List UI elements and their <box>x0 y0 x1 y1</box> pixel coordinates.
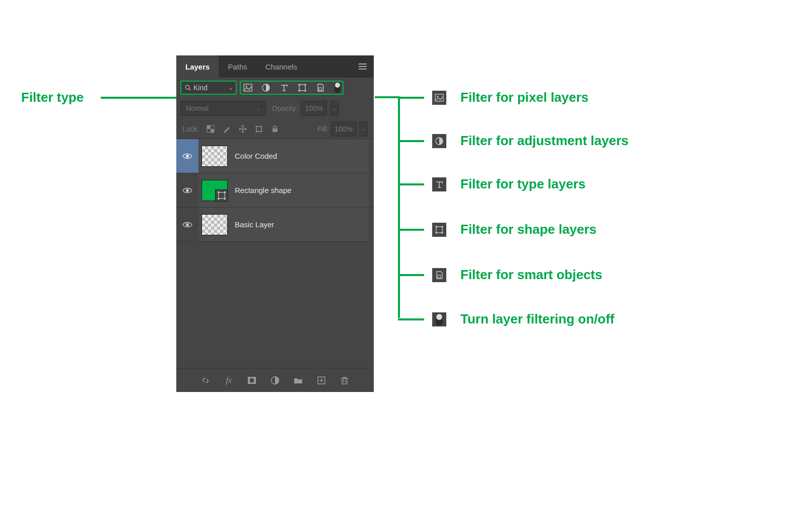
filter-type-value: Kind <box>193 84 208 92</box>
fill-flyout[interactable]: ⌄ <box>359 121 368 137</box>
svg-rect-10 <box>305 84 306 86</box>
legend-label: Filter for adjustment layers <box>460 133 629 149</box>
visibility-toggle[interactable] <box>176 208 198 241</box>
layer-name[interactable]: Basic Layer <box>235 220 274 229</box>
svg-rect-28 <box>218 191 219 193</box>
legend-shape-icon <box>432 223 446 237</box>
lock-position-icon[interactable] <box>238 124 247 134</box>
tab-channels[interactable]: Channels <box>256 55 306 78</box>
legend-type-icon <box>432 177 446 191</box>
lock-artboard-icon[interactable] <box>254 124 263 134</box>
blend-mode-value: Normal <box>186 104 209 112</box>
filter-adjustment-icon[interactable] <box>261 83 271 93</box>
svg-rect-9 <box>299 84 300 86</box>
link-layers-icon[interactable] <box>200 375 211 386</box>
adjustment-layer-icon[interactable] <box>269 375 281 386</box>
svg-rect-11 <box>299 90 300 92</box>
new-group-icon[interactable] <box>293 375 304 386</box>
new-layer-icon[interactable] <box>316 375 327 386</box>
legend-label: Turn layer filtering on/off <box>460 311 615 327</box>
layer-name[interactable]: Rectangle shape <box>235 186 292 194</box>
legend-label: Filter for type layers <box>460 176 586 192</box>
svg-rect-46 <box>436 227 442 233</box>
fill-input[interactable]: 100% <box>330 121 357 137</box>
layer-name[interactable]: Color Coded <box>235 152 277 160</box>
lock-transparency-icon[interactable] <box>206 124 215 134</box>
delete-layer-icon[interactable] <box>339 375 350 386</box>
filter-icon-group <box>240 81 344 95</box>
panel-menu-icon[interactable] <box>352 55 374 78</box>
layer-thumbnail <box>201 214 228 235</box>
opacity-input[interactable]: 100% <box>301 101 327 116</box>
eye-icon <box>182 153 192 160</box>
svg-rect-12 <box>305 90 306 92</box>
filter-pixel-icon[interactable] <box>243 83 253 93</box>
svg-point-3 <box>185 85 189 89</box>
lock-row: Lock: Fill: 100% ⌄ <box>176 119 374 139</box>
annotation-connector-stub <box>375 96 400 98</box>
layer-thumbnail <box>201 146 228 167</box>
shape-badge-icon <box>217 191 227 200</box>
layer-row[interactable]: Rectangle shape <box>176 173 374 208</box>
lock-all-icon[interactable] <box>270 124 280 134</box>
layer-style-icon[interactable]: fx <box>223 375 234 386</box>
legend-row-pixel: Filter for pixel layers <box>398 90 588 105</box>
search-icon <box>184 84 191 91</box>
svg-rect-39 <box>342 378 347 384</box>
layers-panel: Layers Paths Channels Kind ⌄ <box>176 55 374 392</box>
tab-layers[interactable]: Layers <box>176 55 219 78</box>
svg-point-6 <box>246 86 247 87</box>
visibility-toggle[interactable] <box>176 139 198 173</box>
svg-rect-16 <box>211 129 214 133</box>
filter-smartobject-icon[interactable] <box>315 83 325 93</box>
annotation-line <box>398 140 424 142</box>
svg-point-44 <box>437 96 439 97</box>
tab-paths[interactable]: Paths <box>219 55 256 78</box>
svg-rect-13 <box>319 88 322 90</box>
svg-line-4 <box>189 89 190 90</box>
visibility-toggle[interactable] <box>176 173 198 207</box>
layer-mask-icon[interactable] <box>246 375 257 386</box>
svg-rect-51 <box>438 275 441 278</box>
legend-row-shape: Filter for shape layers <box>398 222 596 237</box>
layer-row[interactable]: Basic Layer <box>176 208 374 242</box>
eye-icon <box>182 221 192 228</box>
annotation-line <box>398 183 424 185</box>
svg-rect-8 <box>299 85 305 91</box>
filter-type-dropdown[interactable]: Kind ⌄ <box>180 81 237 95</box>
fill-label: Fill: <box>317 125 328 133</box>
annotation-line-left <box>101 97 179 99</box>
svg-rect-31 <box>224 198 226 200</box>
layer-row[interactable]: Color Coded <box>176 139 374 173</box>
legend-label: Filter for shape layers <box>460 222 596 237</box>
opacity-label: Opacity: <box>272 104 298 112</box>
blend-mode-dropdown[interactable]: Normal ⌄ <box>180 101 266 116</box>
legend-smartobject-icon <box>432 268 446 282</box>
svg-rect-29 <box>224 191 226 193</box>
panel-bottom-bar: fx <box>176 368 374 392</box>
panel-tabs: Layers Paths Channels <box>176 55 374 78</box>
svg-rect-47 <box>436 226 437 227</box>
filter-shape-icon[interactable] <box>297 83 307 93</box>
legend-toggle-icon <box>432 312 446 326</box>
svg-rect-30 <box>218 198 219 200</box>
svg-point-34 <box>250 378 254 382</box>
svg-point-26 <box>186 189 189 192</box>
filter-type-icon[interactable] <box>279 83 289 93</box>
lock-label: Lock: <box>182 125 199 133</box>
svg-point-25 <box>186 155 189 158</box>
legend-row-adjustment: Filter for adjustment layers <box>398 133 629 149</box>
annotation-line <box>398 274 424 276</box>
layers-list: Color Coded Rectangle shape Basic Layer <box>176 139 374 368</box>
filter-toggle-switch[interactable] <box>334 82 341 93</box>
svg-rect-19 <box>256 126 261 132</box>
lock-pixels-icon[interactable] <box>222 124 231 134</box>
legend-pixel-icon <box>432 91 446 105</box>
legend-label: Filter for smart objects <box>460 267 602 283</box>
svg-rect-15 <box>207 125 211 129</box>
eye-icon <box>182 187 192 194</box>
annotation-line <box>398 97 424 99</box>
annotation-filter-type: Filter type <box>21 90 84 105</box>
opacity-flyout[interactable]: ⌄ <box>330 101 339 116</box>
filter-row: Kind ⌄ <box>176 78 374 98</box>
